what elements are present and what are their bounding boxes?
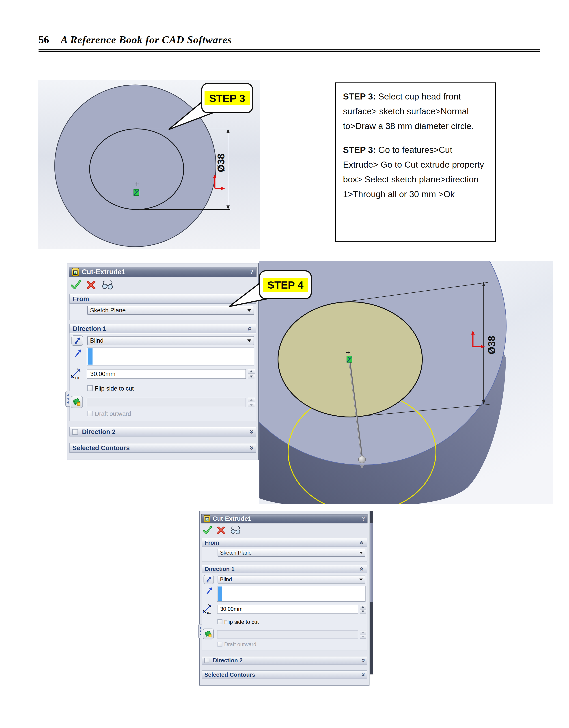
cut-extrude-panel-2: Cut-Extrude1 ? [199,511,369,686]
expand-chevron-icon[interactable]: « [247,430,255,434]
draft-spinner [360,630,366,638]
draft-outward-label: Draft outward [224,642,256,648]
dropdown-arrow-icon [247,309,251,312]
group-header-from[interactable]: From « [202,538,367,547]
dropdown-arrow-icon [247,339,251,342]
spinner-up-icon[interactable] [248,369,255,374]
help-icon[interactable]: ? [362,515,365,522]
dropdown-arrow-icon [359,552,363,554]
depth-value: 30.00mm [220,606,243,612]
depth-d1-icon: D1 [70,368,82,379]
end-condition-value: Blind [90,337,247,344]
depth-spinner[interactable] [360,605,366,614]
direction2-checkbox[interactable] [204,658,209,663]
spinner-up-icon [248,398,255,402]
group-label: From [73,295,248,303]
from-dropdown[interactable]: Sketch Plane [87,306,254,315]
panel-titlebar[interactable]: Cut-Extrude1 ? [201,514,368,523]
step4-callout-label: STEP 4 [263,278,308,292]
diameter-dimension-label[interactable]: Ø38 [216,153,226,172]
collapse-chevron-icon[interactable]: « [247,327,254,331]
listbox-cursor [218,586,222,601]
panel-titlebar[interactable]: Cut-Extrude1 ? [69,267,256,277]
page-number: 56 [39,34,49,46]
draft-icon [204,630,212,638]
draft-icon [72,397,81,406]
group-label: Direction 2 [82,428,245,436]
expand-chevron-icon[interactable]: « [247,446,255,450]
flip-side-label: Flip side to cut [224,619,259,625]
step-label: STEP 3: [343,92,376,101]
direction-arrow-icon [206,587,213,595]
draft-angle-field [217,630,358,638]
header-rule-thick [39,49,540,50]
cancel-x-icon[interactable] [217,525,225,535]
group-label: Selected Contours [204,671,357,678]
reverse-direction-button[interactable] [71,335,83,346]
panel-title: Cut-Extrude1 [82,268,250,276]
spinner-down-icon[interactable] [360,609,366,614]
from-dropdown-value: Sketch Plane [220,550,359,556]
group-header-direction2[interactable]: Direction 2 « [69,427,256,436]
reverse-direction-button[interactable] [204,575,214,584]
panel-flyout-tab[interactable] [198,624,202,638]
spinner-up-icon [360,630,366,634]
end-condition-dropdown[interactable]: Blind [87,336,254,345]
group-header-selected-contours[interactable]: Selected Contours « [69,443,256,453]
scrollbar-thumb[interactable] [370,523,373,602]
cut-extrude-feature-icon [72,268,79,276]
direction2-checkbox[interactable] [72,429,78,435]
listbox-cursor [88,348,93,365]
collapse-chevron-icon[interactable]: « [359,541,366,544]
group-header-direction2[interactable]: Direction 2 « [202,656,367,664]
direction-reference-listbox[interactable] [87,348,254,365]
preview-glasses-icon[interactable] [230,525,242,535]
diameter-dimension-label[interactable]: Ø38 [486,336,497,354]
svg-text:D1: D1 [75,376,80,379]
header-rule-thin [39,51,540,52]
group-label: From [205,539,360,546]
expand-chevron-icon[interactable]: « [359,659,366,662]
group-header-from[interactable]: From « [69,294,256,304]
direction-reference-listbox[interactable] [217,586,366,602]
page-header: 56 A Reference Book for CAD Softwares [39,34,540,52]
flip-side-checkbox[interactable] [87,385,93,391]
group-header-selected-contours[interactable]: Selected Contours « [202,670,367,679]
ok-check-icon[interactable] [203,525,212,535]
spinner-up-icon[interactable] [360,605,366,609]
draft-outward-label: Draft outward [95,410,131,417]
cut-extrude-panel: Cut-Extrude1 ? [67,263,259,460]
depth-field[interactable]: 30.00mm [217,605,358,614]
draft-button[interactable] [203,629,214,639]
group-header-direction1[interactable]: Direction 1 « [69,324,256,333]
ok-check-icon[interactable] [71,280,81,290]
expand-chevron-icon[interactable]: « [359,673,366,676]
book-page: 56 A Reference Book for CAD Softwares Ø3… [0,0,569,728]
spinner-down-icon [248,403,255,407]
group-header-direction1[interactable]: Direction 1 « [202,565,367,573]
draft-angle-field [87,398,246,407]
depth-spinner[interactable] [248,369,255,379]
cancel-x-icon[interactable] [86,280,96,290]
depth-field[interactable]: 30.00mm [87,369,246,379]
reverse-direction-icon [73,337,81,345]
collapse-chevron-icon[interactable]: « [247,297,254,301]
cup-head-front-face[interactable] [55,85,216,247]
from-dropdown[interactable]: Sketch Plane [218,549,365,557]
drag-handle-ball[interactable] [358,456,366,463]
step4-callout: STEP 4 [259,270,312,299]
panel-flyout-tab[interactable] [65,391,70,407]
end-condition-dropdown[interactable]: Blind [218,576,365,583]
spinner-down-icon[interactable] [248,374,255,379]
help-icon[interactable]: ? [250,268,254,276]
draft-outward-checkbox [87,411,93,416]
flip-side-checkbox[interactable] [218,619,222,624]
collapse-chevron-icon[interactable]: « [359,567,366,571]
page-title: A Reference Book for CAD Softwares [61,34,232,46]
preview-glasses-icon[interactable] [101,280,115,290]
dropdown-arrow-icon [359,579,363,581]
spinner-down-icon [360,635,366,639]
step3-callout: STEP 3 [201,83,253,113]
draft-button[interactable] [71,396,83,408]
panel-title: Cut-Extrude1 [213,515,362,522]
